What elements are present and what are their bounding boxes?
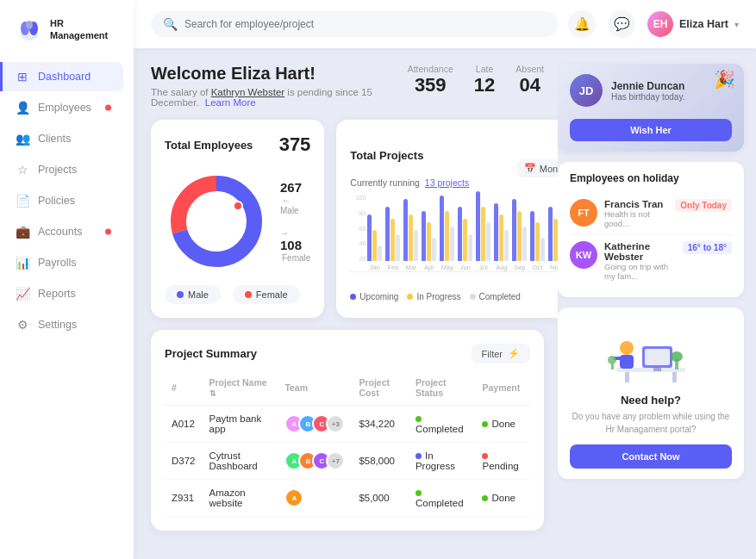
legend-male-label: Male [188,289,209,300]
clients-icon: 👥 [16,132,29,146]
holiday-item: FT Francis Tran Health is not good... On… [570,193,732,235]
main-area: 🔍 🔔 💬 EH Eliza Hart ▾ Welcome Eliza Hart… [134,0,756,559]
col-team: Team [278,374,352,406]
row-id: D372 [165,443,203,480]
row-payment: Done [475,480,530,517]
welcome-subtitle: The salary of Kathryn Webster is pending… [151,87,408,108]
row-name: Amazon website [203,480,278,517]
employees-card-header: Total Employees 375 [165,134,310,156]
holiday-status: Health is not good... [604,209,668,228]
sidebar-item-payrolls[interactable]: 📊 Payrolls [0,248,123,277]
row-status: Completed [409,406,476,443]
help-subtitle: Do you have any problem while using the … [570,410,732,436]
cards-row: Total Employees 375 [151,120,544,318]
completed-dot [470,294,476,300]
learn-more-link[interactable]: Learn More [205,97,256,108]
sidebar: HRManagement ⊞ Dashboard 👤 Employees 👥 C… [0,0,134,559]
projects-icon: ☆ [16,163,29,177]
male-dot [177,291,184,298]
col-payment: Payment [475,374,530,406]
row-cost: $58,000 [352,443,409,480]
upcoming-dot [350,294,356,300]
female-dot [245,291,252,298]
sidebar-item-policies[interactable]: 📄 Policies [0,186,123,215]
svg-point-3 [26,21,33,29]
sidebar-item-employees[interactable]: 👤 Employees [0,93,123,122]
col-status: Project Status [409,374,476,406]
search-bar[interactable]: 🔍 [151,11,558,37]
sidebar-item-settings[interactable]: ⚙ Settings [0,310,123,339]
month-selector[interactable]: 📅 Month ▾ [517,159,558,177]
sidebar-item-label: Policies [38,195,75,207]
row-cost: $34,220 [352,406,409,443]
welcome-text1: The salary of [151,87,208,97]
holiday-avatar: KW [570,241,597,269]
notification-bell-button[interactable]: 🔔 [568,10,596,38]
wish-button[interactable]: Wish Her [570,119,732,141]
row-team: A [278,480,352,517]
holiday-avatar: FT [570,199,597,227]
table-header-row: # Project Name ⇅ Team Project Cost Proje… [165,374,530,406]
row-team: ABC+3 [278,406,352,443]
row-team: ABC+7 [278,443,352,480]
late-stat: Late 12 [474,64,495,96]
month-label: Month [540,164,558,174]
svg-point-19 [671,351,683,362]
holiday-item: KW Katherine Webster Going on trip with … [570,235,732,287]
row-name: Cytrust Dashboard [203,443,278,480]
right-panel: JD Jennie Duncan Has birthday today. 🎉 W… [558,48,756,559]
birthday-avatar: JD [570,74,603,107]
sidebar-item-label: Payrolls [38,257,76,269]
message-button[interactable]: 💬 [608,10,635,38]
sidebar-item-dashboard[interactable]: ⊞ Dashboard [0,62,123,91]
absent-value: 04 [515,74,544,96]
welcome-section: Welcome Eliza Hart! The salary of Kathry… [151,64,544,108]
accounts-icon: 💼 [16,225,29,239]
sidebar-item-reports[interactable]: 📈 Reports [0,279,123,308]
projects-header: Total Projects 90 📅 Month ▾ [350,134,558,177]
filter-button[interactable]: Filter ⚡ [472,344,530,363]
sidebar-item-accounts[interactable]: 💼 Accounts [0,217,123,246]
row-status: Completed [409,480,476,517]
projects-card: Total Projects 90 📅 Month ▾ Currently ru… [336,120,558,318]
table-row: D372 Cytrust Dashboard ABC+7 $58,000 In … [165,443,530,480]
attendance-label: Attendance [408,64,453,74]
row-payment: Done [475,406,530,443]
accounts-notification-dot [105,229,111,235]
legend-completed: Completed [470,292,521,301]
employees-notification-dot [105,105,111,111]
search-input[interactable] [184,18,546,30]
sidebar-item-clients[interactable]: 👥 Clients [0,124,123,153]
sidebar-logo: HRManagement [0,16,134,62]
legend-inprogress: In Progress [407,292,460,301]
name-link[interactable]: Kathryn Webster [211,87,284,97]
projects-card-title: Total Projects [350,149,423,162]
chevron-down-icon: ▾ [734,20,739,29]
employees-icon: 👤 [16,101,29,115]
holiday-info: Francis Tran Health is not good... [604,199,668,228]
sidebar-item-label: Dashboard [38,71,91,83]
female-label: Female [282,253,310,263]
employees-total: 375 [279,134,311,156]
confetti-icon: 🎉 [714,69,735,90]
contact-button[interactable]: Contact Now [570,444,732,469]
svg-rect-11 [672,372,677,382]
message-icon: 💬 [614,16,630,32]
sidebar-item-projects[interactable]: ☆ Projects [0,155,123,184]
user-info[interactable]: EH Eliza Hart ▾ [647,11,739,37]
birthday-subtitle: Has birthday today. [611,92,732,102]
legend-female: Female [233,285,300,304]
holiday-title: Employees on holiday [570,172,732,184]
header-icons: 🔔 💬 EH Eliza Hart ▾ [568,10,739,38]
svg-rect-14 [653,368,661,371]
legend-upcoming: Upcoming [350,292,398,301]
employees-card: Total Employees 375 [151,120,324,318]
row-payment: Pending [475,443,530,480]
help-title: Need help? [570,394,732,407]
table-row: Z931 Amazon website A $5,000 Completed D… [165,480,530,517]
header: 🔍 🔔 💬 EH Eliza Hart ▾ [134,0,756,48]
table-row: A012 Paytm bank app ABC+3 $34,220 Comple… [165,406,530,443]
welcome-title: Welcome Eliza Hart! [151,64,408,84]
holiday-badge: Only Today [675,199,732,212]
sidebar-item-label: Reports [38,288,76,300]
